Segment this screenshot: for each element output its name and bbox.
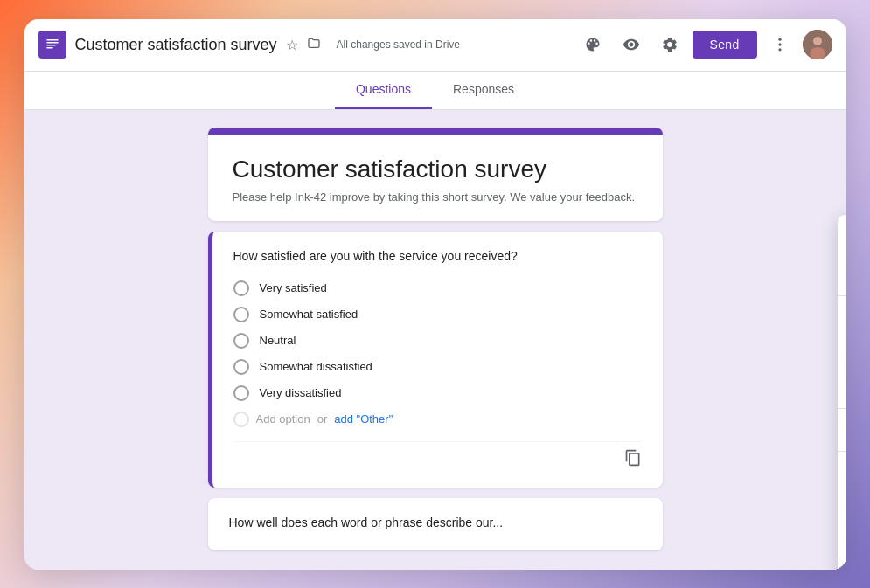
card-actions [233,441,642,470]
radio-option-3[interactable] [233,333,249,349]
svg-point-5 [778,43,781,45]
header-right: Send [577,29,832,60]
or-label: or [317,412,328,425]
radio-option-4[interactable] [233,359,249,375]
menu-item-linear-scale[interactable]: Linear scale [838,455,846,490]
copy-icon[interactable] [624,449,642,470]
form-title-header: Customer satisfaction survey [75,36,277,54]
option-label-3: Neutral [260,334,296,347]
option-label-1: Very satisfied [260,281,327,294]
divider-4 [838,564,846,564]
tab-questions[interactable]: Questions [335,72,432,109]
svg-point-9 [810,47,825,59]
menu-item-file-upload[interactable]: File upload [838,412,846,447]
svg-rect-1 [46,42,59,44]
option-row-5: Very dissatisfied [233,382,642,405]
menu-item-paragraph[interactable]: Paragraph [838,257,846,292]
header: Customer satisfaction survey ☆ All chang… [24,19,846,72]
question-card-2: How well does each word or phrase descri… [208,498,663,550]
add-option-label[interactable]: Add option [256,412,310,425]
svg-point-4 [778,38,781,41]
menu-item-dropdown[interactable]: Dropdown [838,370,846,405]
app-icon [38,31,66,59]
tabs-bar: Questions Responses [24,72,846,110]
more-button[interactable] [764,29,796,60]
radio-option-1[interactable] [233,280,249,296]
question-card-1: How satisfied are you with the service y… [208,232,663,488]
menu-item-checkbox-grid[interactable]: Checkbox grid [838,525,846,560]
question-2-text: How well does each word or phrase descri… [229,515,642,529]
menu-item-short-answer[interactable]: Short answer [838,222,846,257]
menu-item-date[interactable]: Date [838,568,846,570]
star-icon[interactable]: ☆ [286,37,298,53]
svg-point-6 [778,48,781,51]
svg-rect-2 [46,45,56,46]
saved-status: All changes saved in Drive [337,38,460,51]
svg-point-8 [813,37,822,45]
menu-item-multiple-choice-grid[interactable]: Multiple choice grid [838,490,846,525]
header-left: Customer satisfaction survey ☆ All chang… [38,31,577,59]
add-option-row: Add option or add "Other" [233,408,642,431]
option-row-3: Neutral [233,329,642,352]
main-content: Customer satisfaction survey Please help… [24,110,846,570]
folder-icon[interactable] [307,36,321,53]
form-description: Please help Ink-42 improve by taking thi… [233,190,638,204]
menu-item-multiple-choice[interactable]: Multiple choice [838,300,846,335]
form-container: Customer satisfaction survey Please help… [208,128,663,570]
main-window: Customer satisfaction survey ☆ All chang… [24,19,846,570]
radio-option-5[interactable] [233,385,249,401]
question-1-text: How satisfied are you with the service y… [233,249,642,263]
option-row-4: Somewhat dissatisfied [233,356,642,378]
radio-add [233,412,249,427]
option-label-5: Very dissatisfied [260,386,342,399]
svg-rect-3 [46,47,53,49]
add-other-link[interactable]: add "Other" [334,412,393,425]
form-main-title: Customer satisfaction survey [233,156,638,183]
settings-button[interactable] [654,29,686,60]
divider-2 [838,408,846,409]
tab-responses[interactable]: Responses [432,72,535,109]
avatar[interactable] [803,30,832,59]
menu-item-checkboxes[interactable]: Checkboxes [838,335,846,370]
option-label-4: Somewhat dissatisfied [260,360,372,373]
option-label-2: Somewhat satisfied [260,308,358,321]
send-button[interactable]: Send [693,31,757,59]
option-row-2: Somewhat satisfied [233,303,642,326]
divider-1 [838,295,846,296]
form-header-card: Customer satisfaction survey Please help… [208,128,663,221]
option-row-1: Very satisfied [233,277,642,300]
preview-button[interactable] [616,29,647,60]
palette-button[interactable] [577,29,609,60]
svg-rect-0 [46,39,59,41]
radio-option-2[interactable] [233,307,249,322]
divider-3 [838,451,846,452]
question-type-dropdown: Short answer Paragraph [838,215,846,570]
